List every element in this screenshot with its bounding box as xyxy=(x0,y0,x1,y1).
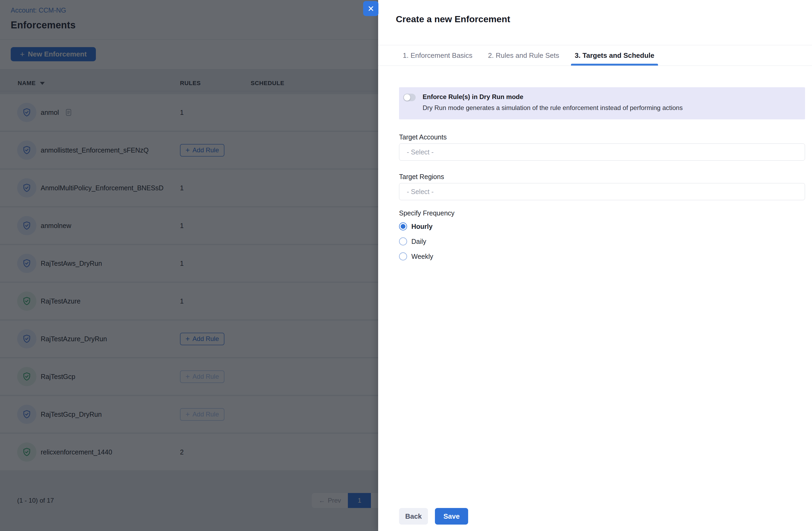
target-regions-label: Target Regions xyxy=(399,173,805,181)
radio-icon xyxy=(399,252,407,261)
dry-run-description: Dry Run mode generates a simulation of t… xyxy=(423,104,683,112)
radio-label: Daily xyxy=(411,238,426,246)
tab-3-targets-and-schedule[interactable]: 3. Targets and Schedule xyxy=(571,45,658,65)
save-button[interactable]: Save xyxy=(435,508,468,525)
panel-header: Create a new Enforcement xyxy=(378,0,812,45)
panel-title: Create a new Enforcement xyxy=(396,14,812,24)
frequency-radio-group: HourlyDailyWeekly xyxy=(399,222,805,261)
frequency-option-hourly[interactable]: Hourly xyxy=(399,222,805,231)
toggle-knob-icon xyxy=(404,94,410,101)
dry-run-toggle[interactable] xyxy=(403,94,416,101)
panel-tabs: 1. Enforcement Basics2. Rules and Rule S… xyxy=(378,45,812,66)
target-accounts-label: Target Accounts xyxy=(399,133,805,141)
dry-run-banner: Enforce Rule(s) in Dry Run mode Dry Run … xyxy=(399,87,805,119)
radio-icon xyxy=(399,237,407,246)
dry-run-title: Enforce Rule(s) in Dry Run mode xyxy=(423,93,683,101)
specify-frequency-label: Specify Frequency xyxy=(399,209,805,217)
modal-dim-overlay xyxy=(0,0,378,531)
panel-footer: Back Save xyxy=(399,508,468,525)
close-panel-button[interactable] xyxy=(363,1,378,16)
tab-2-rules-and-rule-sets[interactable]: 2. Rules and Rule Sets xyxy=(484,45,563,65)
radio-label: Weekly xyxy=(411,253,433,261)
target-regions-select[interactable]: - Select - xyxy=(399,183,805,200)
frequency-option-weekly[interactable]: Weekly xyxy=(399,252,805,261)
frequency-option-daily[interactable]: Daily xyxy=(399,237,805,246)
panel-body: Enforce Rule(s) in Dry Run mode Dry Run … xyxy=(378,87,812,261)
tab-1-enforcement-basics[interactable]: 1. Enforcement Basics xyxy=(399,45,476,65)
target-accounts-select[interactable]: - Select - xyxy=(399,144,805,161)
radio-icon xyxy=(399,222,407,231)
close-icon xyxy=(367,4,375,13)
radio-label: Hourly xyxy=(411,223,433,231)
back-button[interactable]: Back xyxy=(399,508,428,525)
enforcements-page: Account: CCM-NG Enforcements + New Enfor… xyxy=(0,0,378,531)
create-enforcement-panel: Create a new Enforcement 1. Enforcement … xyxy=(378,0,812,531)
